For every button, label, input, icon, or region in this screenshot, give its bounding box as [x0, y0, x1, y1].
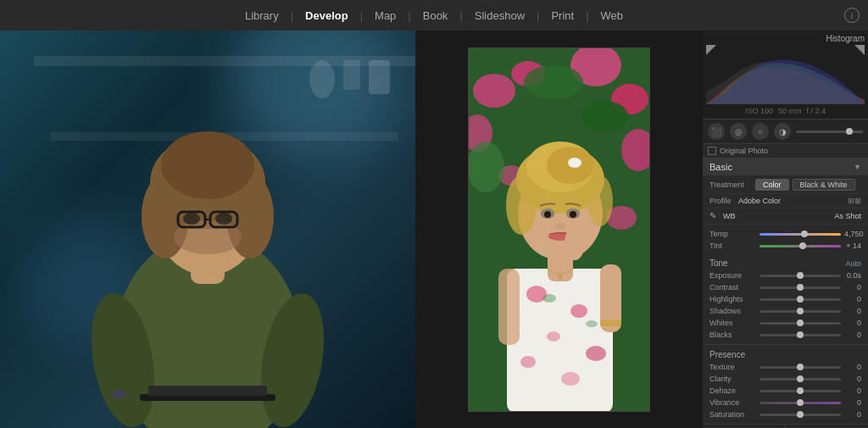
- shelf-item-3: [309, 60, 335, 98]
- svg-point-44: [568, 158, 581, 168]
- tint-thumb[interactable]: [799, 242, 806, 249]
- lightroom-panel: Histogram: [415, 31, 868, 428]
- color-treatment-btn[interactable]: Color: [755, 179, 789, 191]
- presence-group-label: Presence: [709, 350, 745, 359]
- clarity-thumb[interactable]: [797, 375, 804, 382]
- dehaze-track[interactable]: [760, 390, 841, 392]
- photo-frame: [468, 47, 650, 412]
- shadows-label: Shadows: [709, 307, 756, 315]
- whites-track[interactable]: [760, 322, 841, 325]
- temp-value: 4,750: [844, 230, 861, 238]
- texture-value: 0: [844, 363, 861, 371]
- original-photo-label: Original Photo: [720, 147, 768, 155]
- exposure-value: 0.0s: [844, 271, 861, 280]
- svg-rect-16: [148, 386, 267, 396]
- shelf-item-1: [369, 60, 390, 94]
- shelf-item-2: [343, 60, 360, 90]
- temp-thumb[interactable]: [801, 231, 808, 237]
- saturation-track[interactable]: [760, 414, 841, 416]
- nav-sep-2: |: [360, 9, 363, 22]
- masking-slider[interactable]: [796, 131, 863, 133]
- highlights-label: Highlights: [709, 295, 756, 303]
- vibrance-track[interactable]: [760, 402, 841, 404]
- blacks-thumb[interactable]: [797, 331, 804, 338]
- basic-arrow: ▼: [854, 163, 861, 171]
- original-photo-checkbox[interactable]: [708, 147, 716, 155]
- shadows-track[interactable]: [760, 310, 841, 313]
- presence-group-header: Presence: [709, 348, 861, 361]
- tone-curve-panel[interactable]: Tone Curve ▶: [703, 425, 786, 428]
- saturation-thumb[interactable]: [797, 411, 804, 418]
- whites-thumb[interactable]: [797, 320, 804, 326]
- wb-sliders-section: Temp 4,750 Tint + 14: [703, 225, 868, 255]
- texture-thumb[interactable]: [797, 364, 804, 370]
- highlights-thumb[interactable]: [797, 296, 804, 303]
- texture-label: Texture: [709, 363, 756, 371]
- nav-print[interactable]: Print: [542, 0, 582, 31]
- nav-map[interactable]: Map: [366, 0, 404, 31]
- contrast-track[interactable]: [760, 286, 841, 289]
- svg-marker-61: [854, 45, 865, 55]
- histogram-section: Histogram: [703, 31, 868, 120]
- treatment-row: Treatment Color Black & White: [703, 176, 868, 194]
- video-panel: [0, 31, 415, 428]
- adjust-panel: Histogram: [703, 31, 868, 428]
- nav-slideshow[interactable]: Slideshow: [466, 0, 533, 31]
- svg-point-35: [561, 372, 580, 386]
- histogram-title: Histogram: [706, 34, 865, 43]
- temp-track[interactable]: [760, 233, 841, 236]
- tint-value: + 14: [844, 242, 861, 250]
- iso-value: ISO 100: [745, 107, 773, 115]
- profile-row: Profile Adobe Color ⊞⊠: [703, 194, 868, 208]
- bottom-panels: Tone Curve ▶ HSL / Color ▶: [703, 424, 868, 428]
- nav-sep-4: |: [459, 9, 462, 22]
- shadows-thumb[interactable]: [797, 308, 804, 314]
- dehaze-label: Dehaze: [709, 386, 756, 395]
- redeye-tool[interactable]: ○: [752, 123, 769, 140]
- temp-label: Temp: [709, 230, 756, 238]
- profile-icons[interactable]: ⊞⊠: [848, 197, 861, 205]
- spot-heal-tool[interactable]: ◎: [730, 123, 747, 140]
- dehaze-thumb[interactable]: [797, 387, 804, 394]
- highlights-track[interactable]: [760, 298, 841, 301]
- svg-rect-29: [507, 269, 613, 412]
- svg-point-18: [473, 74, 515, 108]
- bw-treatment-btn[interactable]: Black & White: [793, 179, 855, 191]
- tint-label: Tint: [709, 242, 756, 250]
- texture-track[interactable]: [760, 366, 841, 369]
- vibrance-row: Vibrance 0: [709, 397, 861, 409]
- contrast-thumb[interactable]: [797, 284, 804, 291]
- lr-content: Histogram: [415, 31, 868, 428]
- nav-book[interactable]: Book: [415, 0, 457, 31]
- tint-slider-row: Tint + 14: [709, 240, 861, 252]
- svg-point-13: [183, 213, 200, 225]
- tone-auto-btn[interactable]: Auto: [845, 259, 861, 268]
- info-icon[interactable]: i: [844, 8, 860, 23]
- svg-point-33: [586, 346, 606, 361]
- svg-point-14: [215, 213, 232, 225]
- nav-web[interactable]: Web: [593, 0, 632, 31]
- blacks-track[interactable]: [760, 334, 841, 336]
- nav-library[interactable]: Library: [236, 0, 287, 31]
- exposure-track[interactable]: [760, 275, 841, 277]
- nav-develop[interactable]: Develop: [297, 0, 357, 31]
- gradient-tool[interactable]: ◑: [774, 123, 791, 140]
- photo-inner: [469, 48, 649, 411]
- tint-track[interactable]: [760, 245, 841, 247]
- vibrance-value: 0: [844, 398, 861, 407]
- basic-section-header[interactable]: Basic ▼: [703, 158, 868, 176]
- crop-tool[interactable]: ⬛: [708, 123, 725, 140]
- wb-row: ✎ WB As Shot: [703, 208, 868, 225]
- svg-rect-58: [498, 269, 520, 345]
- blacks-label: Blacks: [709, 331, 756, 339]
- vibrance-thumb[interactable]: [797, 399, 804, 406]
- clarity-track[interactable]: [760, 378, 841, 381]
- histogram-svg: [706, 45, 865, 104]
- clarity-row: Clarity 0: [709, 373, 861, 385]
- aperture-value: f / 2.4: [807, 107, 826, 115]
- masking-thumb[interactable]: [846, 128, 853, 135]
- hsl-color-panel[interactable]: HSL / Color ▶: [786, 425, 868, 428]
- exposure-thumb[interactable]: [797, 272, 804, 279]
- top-navigation: Library | Develop | Map | Book | Slidesh…: [0, 0, 868, 31]
- svg-point-32: [547, 331, 560, 342]
